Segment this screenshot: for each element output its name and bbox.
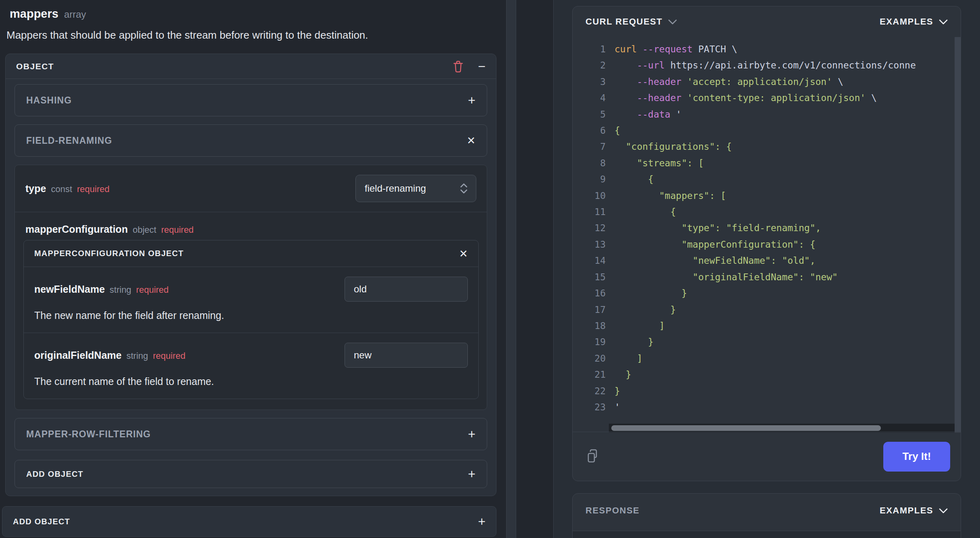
mapper-configuration-required-badge: required bbox=[161, 225, 194, 235]
copy-icon bbox=[586, 449, 599, 465]
type-label: type bbox=[25, 183, 46, 195]
delete-object-button[interactable] bbox=[452, 60, 464, 73]
plus-icon[interactable]: + bbox=[468, 94, 475, 107]
plus-icon[interactable]: + bbox=[478, 515, 486, 528]
object-panel: OBJECT − HASHING + FIE bbox=[5, 54, 496, 496]
horizontal-scrollbar-thumb[interactable] bbox=[611, 425, 881, 431]
hashing-section[interactable]: HASHING + bbox=[15, 84, 487, 116]
code-line: 11 { bbox=[573, 204, 961, 220]
plus-icon[interactable]: + bbox=[468, 468, 475, 480]
select-updown-icon bbox=[459, 182, 469, 195]
code-line: 18 ] bbox=[573, 318, 961, 334]
code-line: 16 } bbox=[573, 285, 961, 301]
mapper-row-filtering-section[interactable]: MAPPER-ROW-FILTERING + bbox=[15, 418, 487, 450]
curl-request-header: CURL REQUEST EXAMPLES bbox=[573, 6, 961, 37]
schema-column: mappers array Mappers that should be app… bbox=[0, 0, 497, 538]
new-field-name-input[interactable] bbox=[345, 277, 468, 302]
hashing-title: HASHING bbox=[26, 95, 72, 106]
code-line: 9 { bbox=[573, 171, 961, 187]
field-heading: mappers array bbox=[10, 7, 86, 21]
mapper-configuration-label: mapperConfiguration bbox=[25, 223, 128, 235]
response-card: RESPONSE EXAMPLES bbox=[572, 493, 961, 538]
curl-request-dropdown[interactable]: CURL REQUEST bbox=[586, 17, 677, 27]
code-line: 15 "originalFieldName": "new" bbox=[573, 269, 961, 285]
object-panel-body: HASHING + FIELD-RENAMING ✕ type const re… bbox=[6, 79, 496, 497]
code-line: 3 --header 'accept: application/json' \ bbox=[573, 74, 961, 90]
field-renaming-section[interactable]: FIELD-RENAMING ✕ bbox=[15, 124, 487, 157]
field-type-badge: array bbox=[64, 9, 86, 20]
response-title: RESPONSE bbox=[586, 505, 639, 516]
code-line: 22} bbox=[573, 383, 961, 399]
original-field-name-meta: string bbox=[127, 351, 148, 361]
close-icon[interactable]: ✕ bbox=[459, 248, 468, 259]
examples-dropdown[interactable]: EXAMPLES bbox=[880, 17, 948, 27]
add-object-inner-button[interactable]: ADD OBJECT + bbox=[15, 460, 487, 488]
horizontal-scrollbar[interactable] bbox=[609, 424, 955, 432]
curl-request-footer: Try It! bbox=[573, 432, 961, 481]
new-field-name-block: newFieldName string required The new nam… bbox=[24, 267, 478, 333]
copy-code-button[interactable] bbox=[586, 449, 599, 465]
chevron-down-icon bbox=[939, 508, 948, 513]
code-line: 4 --header 'content-type: application/js… bbox=[573, 90, 961, 106]
add-object-inner-label: ADD OBJECT bbox=[26, 470, 83, 479]
add-object-outer-label: ADD OBJECT bbox=[13, 517, 70, 526]
code-line: 23' bbox=[573, 399, 961, 415]
original-field-name-description: The current name of the field to rename. bbox=[34, 376, 468, 387]
code-line: 10 "mappers": [ bbox=[573, 188, 961, 204]
mapper-configuration-meta: object bbox=[133, 225, 156, 235]
response-header: RESPONSE EXAMPLES bbox=[573, 494, 961, 528]
type-row: type const required field-renaming bbox=[15, 165, 487, 212]
new-field-name-description: The new name for the field after renamin… bbox=[34, 310, 468, 321]
new-field-name-required-badge: required bbox=[136, 285, 169, 295]
field-description: Mappers that should be applied to the st… bbox=[6, 29, 368, 41]
mapper-configuration-object-box: MAPPERCONFIGURATION OBJECT ✕ newFieldNam… bbox=[23, 240, 479, 399]
add-object-outer-button[interactable]: ADD OBJECT + bbox=[2, 506, 496, 537]
new-field-name-label: newFieldName bbox=[34, 283, 105, 295]
code-line: 20 ] bbox=[573, 350, 961, 366]
code-line: 17 } bbox=[573, 302, 961, 318]
code-line: 2 --url https://api.airbyte.com/v1/conne… bbox=[573, 57, 961, 73]
trash-icon bbox=[452, 60, 464, 73]
curl-request-card: CURL REQUEST EXAMPLES 1curl --request PA… bbox=[572, 6, 961, 481]
code-line: 6{ bbox=[573, 122, 961, 139]
response-examples-dropdown[interactable]: EXAMPLES bbox=[880, 505, 948, 516]
curl-request-title: CURL REQUEST bbox=[586, 17, 662, 27]
code-line: 21 } bbox=[573, 366, 961, 383]
column-scrollbar-gutter[interactable] bbox=[506, 0, 516, 538]
chevron-down-icon bbox=[939, 19, 948, 25]
code-line: 13 "mapperConfiguration": { bbox=[573, 236, 961, 252]
vertical-scrollbar[interactable] bbox=[955, 37, 961, 432]
type-select-value: field-renaming bbox=[365, 183, 426, 194]
code-block[interactable]: 1curl --request PATCH \2 --url https://a… bbox=[573, 37, 961, 415]
field-renaming-title: FIELD-RENAMING bbox=[26, 135, 112, 146]
field-name: mappers bbox=[10, 7, 58, 21]
response-body bbox=[573, 531, 961, 538]
new-field-name-meta: string bbox=[110, 285, 131, 295]
code-line: 7 "configurations": { bbox=[573, 139, 961, 155]
try-it-button[interactable]: Try It! bbox=[883, 442, 950, 472]
original-field-name-block: originalFieldName string required The cu… bbox=[24, 333, 478, 399]
collapse-object-button[interactable]: − bbox=[478, 60, 486, 73]
minus-icon: − bbox=[478, 60, 486, 73]
request-column: CURL REQUEST EXAMPLES 1curl --request PA… bbox=[553, 0, 980, 538]
type-required-badge: required bbox=[77, 184, 110, 195]
chevron-down-icon bbox=[668, 19, 677, 25]
plus-icon[interactable]: + bbox=[468, 428, 475, 441]
original-field-name-input[interactable] bbox=[345, 343, 468, 368]
code-line: 12 "type": "field-renaming", bbox=[573, 220, 961, 236]
original-field-name-required-badge: required bbox=[153, 351, 186, 361]
field-renaming-content: type const required field-renaming bbox=[15, 165, 487, 410]
code-line: 1curl --request PATCH \ bbox=[573, 41, 961, 57]
code-line: 19 } bbox=[573, 334, 961, 350]
object-panel-title: OBJECT bbox=[16, 62, 54, 71]
original-field-name-label: originalFieldName bbox=[34, 350, 122, 361]
code-line: 14 "newFieldName": "old", bbox=[573, 252, 961, 269]
mapper-row-filtering-title: MAPPER-ROW-FILTERING bbox=[26, 429, 151, 440]
mapper-configuration-row: mapperConfiguration object required bbox=[15, 212, 487, 239]
code-area: 1curl --request PATCH \2 --url https://a… bbox=[573, 37, 961, 432]
object-panel-header: OBJECT − bbox=[6, 54, 496, 79]
mapper-configuration-object-header: MAPPERCONFIGURATION OBJECT ✕ bbox=[24, 240, 478, 267]
close-icon[interactable]: ✕ bbox=[467, 135, 475, 146]
code-line: 5 --data ' bbox=[573, 106, 961, 122]
type-select[interactable]: field-renaming bbox=[355, 175, 476, 202]
